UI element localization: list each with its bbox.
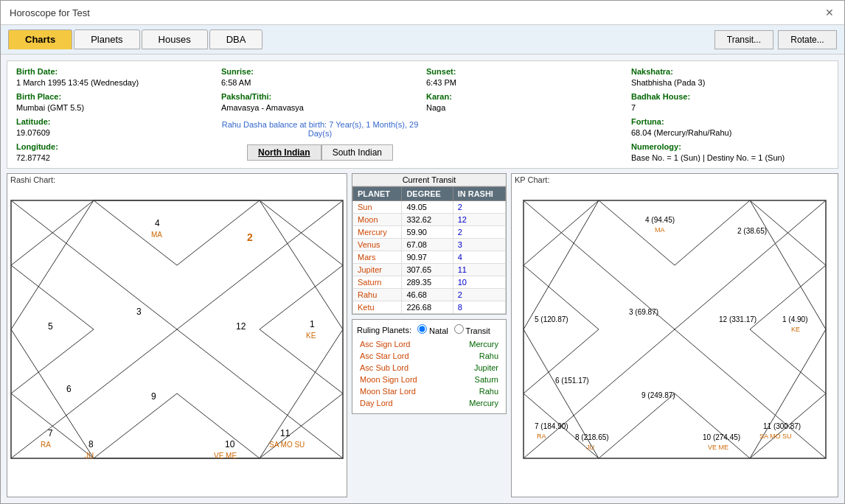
- ruling-key: Asc Star Lord: [360, 351, 409, 360]
- degree-cell: 226.68: [402, 301, 453, 314]
- tab-dba[interactable]: DBA: [209, 29, 263, 49]
- ruling-label: Ruling Planets:: [357, 326, 411, 335]
- ruling-key: Asc Sub Lord: [360, 363, 408, 372]
- ruling-row: Asc Sign Lord Mercury: [357, 338, 501, 350]
- ruling-row: Asc Sub Lord Jupiter: [357, 362, 501, 374]
- rashi-cell: 8: [453, 301, 505, 314]
- planet-cell: Venus: [353, 239, 402, 251]
- degree-cell: 59.90: [402, 226, 453, 239]
- svg-text:7: 7: [48, 428, 53, 438]
- birth-place-label: Birth Place:: [16, 92, 214, 101]
- ruling-value: Rahu: [479, 387, 498, 396]
- planet-cell: Mercury: [353, 226, 402, 239]
- numerology-label: Numerology:: [631, 142, 829, 151]
- svg-text:JU: JU: [586, 444, 594, 451]
- rashi-header: IN RASHI: [453, 187, 505, 201]
- degree-cell: 49.05: [402, 201, 453, 214]
- svg-text:5: 5: [48, 321, 53, 332]
- natal-radio-label[interactable]: Natal: [417, 324, 448, 335]
- svg-text:6: 6: [66, 384, 72, 394]
- tab-planets[interactable]: Planets: [74, 29, 139, 49]
- karan-value: Naga: [426, 103, 624, 112]
- ruling-row: Moon Star Lord Rahu: [357, 385, 501, 397]
- ruling-row: Moon Sign Lord Saturn: [357, 374, 501, 385]
- main-content: Birth Date: 1 March 1995 13:45 (Wednesda…: [1, 55, 844, 503]
- rashi-chart-svg: 4 MA 2 5 3 1 KE 6 12 7: [7, 186, 347, 466]
- svg-text:JU: JU: [85, 452, 94, 460]
- birth-info: Birth Date: 1 March 1995 13:45 (Wednesda…: [16, 67, 214, 162]
- transit-button[interactable]: Transit...: [714, 30, 773, 49]
- ruling-row: Asc Star Lord Rahu: [357, 350, 501, 362]
- fortuna-label: Fortuna:: [631, 117, 829, 126]
- degree-cell: 90.97: [402, 251, 453, 264]
- title-bar: Horoscope for Test ✕: [1, 1, 844, 25]
- transit-row: Jupiter 307.65 11: [353, 264, 506, 276]
- tab-houses[interactable]: Houses: [142, 29, 208, 49]
- nakshatra-label: Nakshatra:: [631, 67, 829, 76]
- ruling-header: Ruling Planets: Natal Transit: [357, 324, 501, 335]
- longitude-label: Longitude:: [16, 142, 214, 151]
- svg-text:5 (120.87): 5 (120.87): [535, 315, 568, 323]
- transit-radio[interactable]: [454, 324, 464, 334]
- degree-cell: 46.68: [402, 289, 453, 301]
- kp-chart: KP Chart:: [511, 173, 838, 497]
- svg-text:6 (151.17): 6 (151.17): [555, 377, 589, 385]
- sunset-label: Sunset:: [426, 67, 624, 76]
- ruling-value: Saturn: [475, 375, 498, 384]
- south-indian-button[interactable]: South Indian: [321, 144, 393, 161]
- toolbar-buttons: Transit... Rotate...: [714, 30, 837, 49]
- sunset-info: Sunset: 6:43 PM Karan: Naga: [426, 67, 624, 162]
- sunrise-value: 6:58 AM: [221, 78, 419, 87]
- svg-text:KE: KE: [306, 332, 316, 340]
- degree-cell: 289.35: [402, 276, 453, 289]
- svg-text:3: 3: [136, 307, 142, 317]
- latitude-label: Latitude:: [16, 117, 214, 126]
- ruling-value: Mercury: [469, 399, 498, 407]
- svg-text:4 (94.45): 4 (94.45): [645, 216, 675, 224]
- kp-chart-title: KP Chart:: [512, 174, 838, 186]
- transit-row: Mars 90.97 4: [353, 251, 506, 264]
- longitude-value: 72.87742: [16, 153, 214, 162]
- close-button[interactable]: ✕: [824, 7, 835, 18]
- svg-text:7 (184.90): 7 (184.90): [535, 422, 568, 430]
- rashi-chart: Rashi Chart:: [7, 173, 347, 497]
- ruling-value: Rahu: [479, 351, 498, 360]
- transit-radio-label[interactable]: Transit: [454, 324, 490, 335]
- svg-text:3 (69.87): 3 (69.87): [629, 308, 658, 316]
- rotate-button[interactable]: Rotate...: [778, 30, 837, 49]
- transit-table: Current Transit PLANET DEGREE IN RASHI S…: [352, 173, 507, 315]
- svg-text:8: 8: [88, 439, 94, 449]
- transit-title: Current Transit: [352, 174, 506, 186]
- north-indian-button[interactable]: North Indian: [247, 144, 321, 161]
- ruling-value: Mercury: [469, 340, 498, 349]
- middle-panel: Current Transit PLANET DEGREE IN RASHI S…: [352, 173, 507, 497]
- svg-text:9: 9: [151, 391, 156, 402]
- svg-text:10: 10: [225, 439, 235, 449]
- planet-header: PLANET: [353, 187, 402, 201]
- degree-cell: 332.62: [402, 214, 453, 226]
- svg-text:11 (300.87): 11 (300.87): [763, 422, 801, 430]
- transit-data-table: PLANET DEGREE IN RASHI Sun 49.05 2Moon 3…: [352, 186, 506, 314]
- svg-text:VE ME: VE ME: [708, 444, 728, 451]
- svg-text:SA MO SU: SA MO SU: [759, 433, 792, 440]
- rashi-chart-title: Rashi Chart:: [7, 174, 347, 186]
- main-window: Horoscope for Test ✕ Charts Planets Hous…: [0, 0, 845, 504]
- svg-text:2 (38.65): 2 (38.65): [737, 227, 767, 235]
- tab-charts[interactable]: Charts: [8, 29, 72, 49]
- rashi-cell: 2: [453, 289, 505, 301]
- badhak-label: Badhak House:: [631, 92, 829, 101]
- planet-cell: Sun: [353, 201, 402, 214]
- toolbar: Charts Planets Houses DBA Transit... Rot…: [1, 25, 844, 55]
- badhak-value: 7: [631, 103, 829, 112]
- svg-text:1 (4.90): 1 (4.90): [782, 315, 807, 323]
- latitude-value: 19.07609: [16, 128, 214, 137]
- numerology-value: Base No. = 1 (Sun) | Destiny No. = 1 (Su…: [631, 153, 829, 162]
- svg-text:10 (274.45): 10 (274.45): [703, 433, 740, 441]
- planet-cell: Rahu: [353, 289, 402, 301]
- rahu-dasha: Rahu Dasha balance at birth: 7 Year(s), …: [221, 120, 419, 138]
- natal-radio[interactable]: [417, 324, 427, 334]
- sunset-value: 6:43 PM: [426, 78, 624, 87]
- svg-text:2: 2: [247, 231, 253, 243]
- rashi-cell: 10: [453, 276, 505, 289]
- svg-text:RA: RA: [41, 441, 51, 449]
